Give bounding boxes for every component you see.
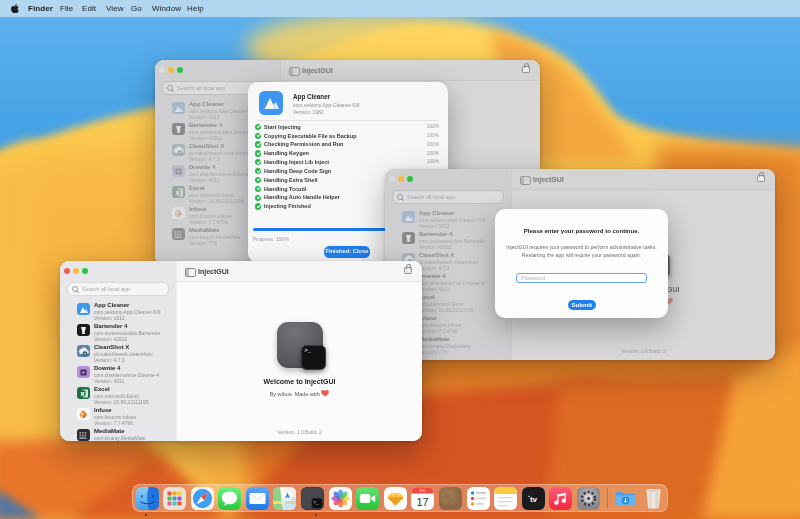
svg-text:17: 17 bbox=[417, 495, 429, 507]
svg-text:JUL: JUL bbox=[420, 489, 426, 493]
svg-text:tv: tv bbox=[530, 495, 538, 504]
svg-text:>_: >_ bbox=[313, 499, 319, 504]
